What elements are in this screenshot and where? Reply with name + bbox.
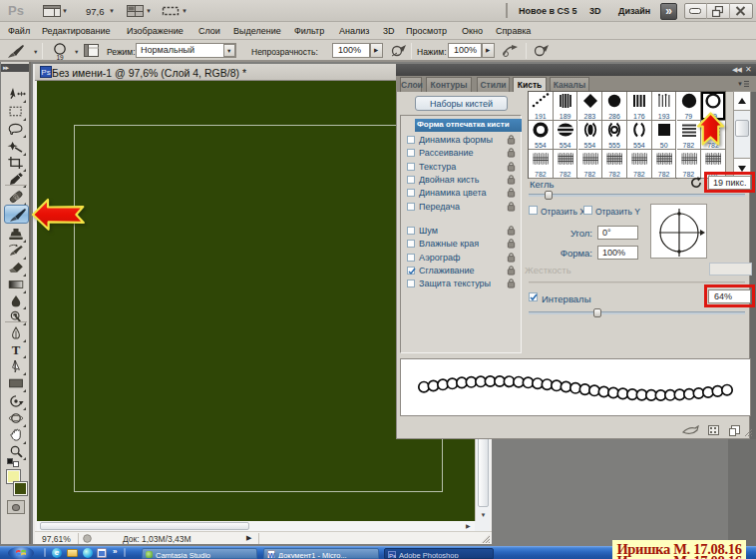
- svg-text:T: T: [12, 343, 21, 356]
- svg-text:19: 19: [56, 54, 64, 61]
